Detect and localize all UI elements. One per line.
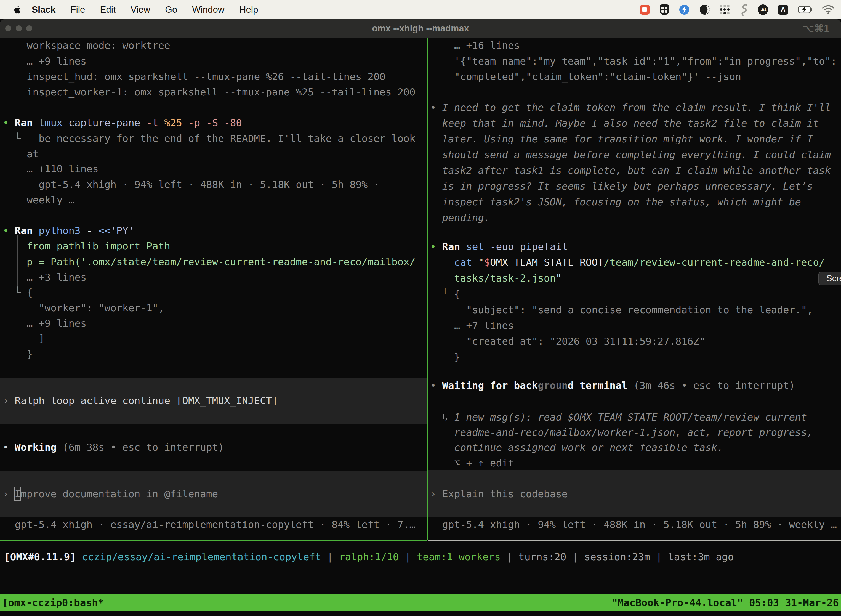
prompt-input[interactable]: › Improve documentation in @filename: [3, 486, 218, 502]
terminal-line: inspect_hud: omx sparkshell --tmux-pane …: [27, 69, 385, 84]
terminal-line: later. Using the same for transition mig…: [442, 131, 813, 147]
menu-help[interactable]: Help: [232, 4, 266, 15]
terminal-line: … +9 lines: [27, 53, 86, 69]
terminal-line: inspect_worker-1: omx sparkshell --tmux-…: [27, 84, 416, 100]
output-connector-line: [18, 235, 18, 287]
output-connector-line: [444, 249, 444, 291]
window-shortcut-hint: ⌥⌘1: [802, 19, 829, 38]
terminal-line: gpt-5.4 xhigh · 94% left · 488K in · 5.1…: [39, 177, 379, 192]
terminal-line: gpt-5.4 xhigh · essay/ai-reimplementatio…: [15, 517, 415, 532]
ralph-loop-status: › Ralph loop active continue [OMX_TMUX_I…: [3, 393, 278, 408]
terminal-line: inspect task2's JSON, focusing on the st…: [442, 194, 801, 210]
terminal-line: … +110 lines: [27, 161, 98, 177]
terminal-line: at: [27, 146, 39, 162]
battery-charging-icon[interactable]: [798, 6, 812, 13]
prompt-input[interactable]: › Explain this codebase: [430, 486, 568, 502]
shield-grid-icon[interactable]: [660, 4, 669, 15]
terminal-line: … +7 lines: [454, 318, 514, 333]
battery-badge-icon[interactable]: ..61: [757, 4, 768, 15]
terminal-line: ⌥ + ↑ edit: [454, 455, 514, 471]
terminal-line: p = Path('.omx/state/team/review-current…: [27, 254, 416, 270]
terminal-line: tasks/task-2.json": [454, 270, 562, 286]
terminal-line: weekly …: [27, 192, 75, 208]
apple-icon: [14, 5, 22, 14]
terminal-line: ]: [39, 331, 45, 346]
terminal-line: • I need to get the claim token from the…: [430, 100, 831, 115]
right-pane-bottom-border: [428, 540, 841, 541]
wifi-icon[interactable]: [822, 5, 834, 14]
terminal-line: continue assigned work or next feasible …: [454, 440, 723, 455]
terminal-line: workspace_mode: worktree: [27, 38, 170, 53]
terminal-line: … +3 lines: [27, 269, 86, 285]
chat-app-icon[interactable]: [640, 5, 650, 15]
terminal-line: └ {: [15, 285, 32, 300]
terminal-line: … +16 lines: [454, 38, 520, 53]
terminal-line: "subject": "send a concise recommendatio…: [466, 302, 813, 318]
pane-divider[interactable]: [426, 38, 428, 540]
terminal-line: "created_at": "2026-03-31T11:59:27.816Z": [466, 333, 705, 349]
terminal-line: cat "$OMX_TEAM_STATE_ROOT/team/review-cu…: [454, 254, 825, 270]
menu-window[interactable]: Window: [185, 4, 232, 15]
text-cursor: [14, 487, 21, 501]
terminal-line: task2 after task1 is complete, but can I…: [442, 163, 831, 178]
terminal-line: keep that in mind. Maybe I also need the…: [442, 115, 819, 131]
tmux-host-clock: "MacBook-Pro-44.local" 05:03 31-Mar-26: [611, 597, 839, 608]
omx-status-line: [OMX#0.11.9] cczip/essay/ai-reimplementa…: [4, 549, 734, 565]
terminal-line: pending.: [442, 210, 490, 226]
screen: SlackFileEditViewGoWindowHelp ..61 A: [0, 0, 841, 616]
terminal-line: └ {: [442, 286, 460, 302]
terminal-line: • Ran python3 - <<'PY': [3, 223, 134, 238]
terminal-line: }: [27, 346, 33, 362]
menu-go[interactable]: Go: [158, 4, 185, 15]
terminal-line: └ be necessary for the end of the README…: [15, 131, 415, 146]
terminal-line: }: [454, 349, 460, 365]
dots-grid-icon[interactable]: [720, 5, 730, 14]
terminal-content: workspace_mode: worktree… +9 linesinspec…: [0, 38, 841, 616]
terminal-line: readme-and-reco/mailbox/worker-1.json, a…: [454, 424, 813, 440]
terminal-line: gpt-5.4 xhigh · 94% left · 488K in · 5.1…: [442, 517, 837, 532]
input-source-icon[interactable]: A: [778, 5, 788, 15]
left-pane-bottom-border: [0, 540, 426, 541]
tmux-session-label: [omx-cczip0:bash*: [2, 597, 104, 608]
bolt-badge-icon[interactable]: [679, 4, 690, 15]
crescent-icon[interactable]: [699, 4, 710, 15]
menu-edit[interactable]: Edit: [92, 4, 123, 15]
menu-bar: SlackFileEditViewGoWindowHelp ..61 A: [0, 0, 841, 19]
terminal-line: is in progress? It seems likely but perh…: [442, 178, 813, 194]
squiggle-icon[interactable]: [740, 4, 748, 16]
terminal-line: '{"team_name":"my-team","task_id":"1","f…: [454, 53, 837, 69]
terminal-line: … +9 lines: [27, 315, 86, 331]
window-title: omx --xhigh --madmax: [0, 19, 841, 38]
screen-tooltip: Scre: [818, 271, 841, 285]
terminal-line: • Ran tmux capture-pane -t %25 -p -S -80: [3, 115, 242, 131]
terminal-line: ↳ 1 new msg(s): read $OMX_TEAM_STATE_ROO…: [442, 409, 813, 425]
tmux-status-bar: [omx-cczip0:bash* "MacBook-Pro-44.local"…: [0, 594, 841, 611]
terminal-line: • Waiting for background terminal (3m 46…: [430, 378, 795, 393]
terminal-line: from pathlib import Path: [27, 238, 170, 254]
window-title-bar: omx --xhigh --madmax ⌥⌘1: [0, 19, 841, 38]
terminal-line: "worker": "worker-1",: [39, 300, 164, 316]
menu-status-icons: ..61 A: [640, 4, 841, 16]
menu-file[interactable]: File: [63, 4, 92, 15]
terminal-line: "completed","claim_token":"claim-token"}…: [454, 69, 741, 84]
menu-slack[interactable]: Slack: [24, 4, 63, 15]
menu-view[interactable]: View: [123, 4, 158, 15]
terminal-line: should send a message before completing …: [442, 147, 831, 163]
apple-menu[interactable]: [14, 5, 22, 14]
terminal-line: • Working (6m 38s • esc to interrupt): [3, 439, 224, 455]
terminal-line: • Ran set -euo pipefail: [430, 239, 568, 254]
